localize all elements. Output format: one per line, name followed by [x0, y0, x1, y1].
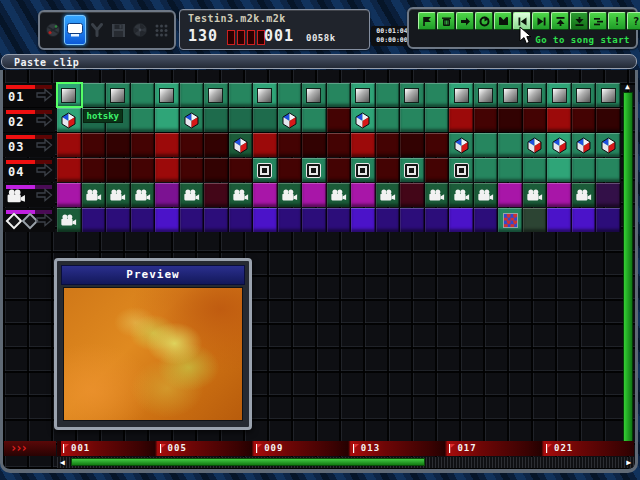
grid-cell-r5c13[interactable]: [351, 183, 376, 207]
grid-cell-r2c18[interactable]: [474, 108, 499, 132]
grid-cell-r4c10[interactable]: [278, 158, 303, 182]
grid-cell-r1c19[interactable]: [498, 83, 523, 107]
grid-cell-r5c9[interactable]: [253, 183, 278, 207]
grid-cell-r1c9[interactable]: [253, 83, 278, 107]
track-header-04[interactable]: 04: [3, 158, 55, 182]
grid-cell-r1c11[interactable]: [302, 83, 327, 107]
levels-button[interactable]: [589, 12, 607, 30]
tool-save-button[interactable]: [109, 16, 129, 44]
grid-cell-r2c10[interactable]: [278, 108, 303, 132]
grid-cell-r1c5[interactable]: [155, 83, 180, 107]
grid-cell-r2c17[interactable]: [449, 108, 474, 132]
scroll-right-icon[interactable]: ▶: [626, 458, 631, 467]
grid-cell-r1c8[interactable]: [229, 83, 254, 107]
grid-cell-r4c5[interactable]: [155, 158, 180, 182]
grid-cell-r5c4[interactable]: [131, 183, 156, 207]
grid-cell-r2c21[interactable]: [547, 108, 572, 132]
grid-cell-r5c2[interactable]: [82, 183, 107, 207]
horizontal-scroll-thumb[interactable]: [71, 458, 425, 466]
grid-cell-r4c23[interactable]: [596, 158, 621, 182]
grid-cell-r3c6[interactable]: [180, 133, 205, 157]
grid-cell-r1c14[interactable]: [376, 83, 401, 107]
grid-cell-r1c23[interactable]: [596, 83, 621, 107]
grid-cell-r5c18[interactable]: [474, 183, 499, 207]
scroll-up-icon[interactable]: ▲: [622, 83, 633, 91]
grid-cell-r1c1[interactable]: [57, 83, 82, 107]
grid-cell-r1c6[interactable]: [180, 83, 205, 107]
grid-cell-r5c11[interactable]: [302, 183, 327, 207]
timeline-marker[interactable]: 001: [63, 443, 90, 453]
scroll-left-icon[interactable]: ◀: [60, 458, 65, 467]
grid-cell-r3c7[interactable]: [204, 133, 229, 157]
grid-cell-r6c18[interactable]: [474, 208, 499, 232]
grid-cell-r2c20[interactable]: [523, 108, 548, 132]
grid-cell-r1c12[interactable]: [327, 83, 352, 107]
preview-title-bar[interactable]: Preview: [61, 265, 245, 285]
grid-cell-r4c13[interactable]: [351, 158, 376, 182]
grid-cell-r3c21[interactable]: [547, 133, 572, 157]
grid-cell-r2c19[interactable]: [498, 108, 523, 132]
grid-cell-r6c8[interactable]: [229, 208, 254, 232]
grid-cell-r6c19[interactable]: [498, 208, 523, 232]
grid-cell-r6c4[interactable]: [131, 208, 156, 232]
grid-cell-r4c22[interactable]: [572, 158, 597, 182]
grid-cell-r2c8[interactable]: [229, 108, 254, 132]
grid-cell-r1c3[interactable]: [106, 83, 131, 107]
grid-cell-r2c11[interactable]: [302, 108, 327, 132]
grid-cell-r4c2[interactable]: [82, 158, 107, 182]
grid-cell-r2c22[interactable]: [572, 108, 597, 132]
grid-cell-r2c13[interactable]: [351, 108, 376, 132]
grid-cell-r4c3[interactable]: [106, 158, 131, 182]
grid-cell-r5c7[interactable]: [204, 183, 229, 207]
grid-cell-r1c18[interactable]: [474, 83, 499, 107]
track-header-diamonds[interactable]: [3, 208, 55, 232]
grid-cell-r5c17[interactable]: [449, 183, 474, 207]
grid-cell-r3c3[interactable]: [106, 133, 131, 157]
grid-cell-r3c10[interactable]: [278, 133, 303, 157]
timeline-marker[interactable]: 017: [449, 443, 476, 453]
arrow-right-button[interactable]: [456, 12, 474, 30]
grid-cell-r2c5[interactable]: [155, 108, 180, 132]
grid-cell-r4c12[interactable]: [327, 158, 352, 182]
grid-cell-r1c21[interactable]: [547, 83, 572, 107]
grid-cell-r4c1[interactable]: [57, 158, 82, 182]
grid-cell-r6c6[interactable]: [180, 208, 205, 232]
grid-cell-r3c16[interactable]: [425, 133, 450, 157]
help-button[interactable]: ?: [627, 12, 640, 30]
grid-cell-r2c14[interactable]: [376, 108, 401, 132]
grid-cell-r5c14[interactable]: [376, 183, 401, 207]
grid-cell-r2c4[interactable]: [131, 108, 156, 132]
horizontal-scrollbar[interactable]: ◀ ▶: [57, 457, 634, 468]
vertical-scrollbar[interactable]: ▲ ▼: [622, 83, 633, 461]
grid-cell-r3c1[interactable]: [57, 133, 82, 157]
grid-cell-r1c10[interactable]: [278, 83, 303, 107]
grid-cell-r3c19[interactable]: [498, 133, 523, 157]
tool-fan-button[interactable]: [130, 16, 150, 44]
grid-cell-r1c22[interactable]: [572, 83, 597, 107]
grid-cell-r6c11[interactable]: [302, 208, 327, 232]
clip-button[interactable]: [494, 12, 512, 30]
tool-joystick-button[interactable]: [87, 16, 107, 44]
grid-cell-r6c9[interactable]: [253, 208, 278, 232]
goto-song-end-button[interactable]: [532, 12, 550, 30]
trash-button[interactable]: [437, 12, 455, 30]
grid-cell-r5c12[interactable]: [327, 183, 352, 207]
scroll-top-button[interactable]: [551, 12, 569, 30]
loop-button[interactable]: [475, 12, 493, 30]
grid-cell-r1c17[interactable]: [449, 83, 474, 107]
grid-cell-r4c20[interactable]: [523, 158, 548, 182]
grid-cell-r1c7[interactable]: [204, 83, 229, 107]
tool-globe-button[interactable]: [43, 16, 63, 44]
grid-cell-r4c15[interactable]: [400, 158, 425, 182]
timeline-marker[interactable]: 005: [160, 443, 187, 453]
flag-button[interactable]: [418, 12, 436, 30]
grid-cell-r3c14[interactable]: [376, 133, 401, 157]
track-header-01[interactable]: 01: [3, 83, 55, 107]
grid-cell-r1c16[interactable]: [425, 83, 450, 107]
grid-cell-r3c5[interactable]: [155, 133, 180, 157]
grid-cell-r4c17[interactable]: [449, 158, 474, 182]
grid-cell-r1c13[interactable]: [351, 83, 376, 107]
grid-cell-r2c15[interactable]: [400, 108, 425, 132]
grid-cell-r3c11[interactable]: [302, 133, 327, 157]
grid-cell-r3c8[interactable]: [229, 133, 254, 157]
